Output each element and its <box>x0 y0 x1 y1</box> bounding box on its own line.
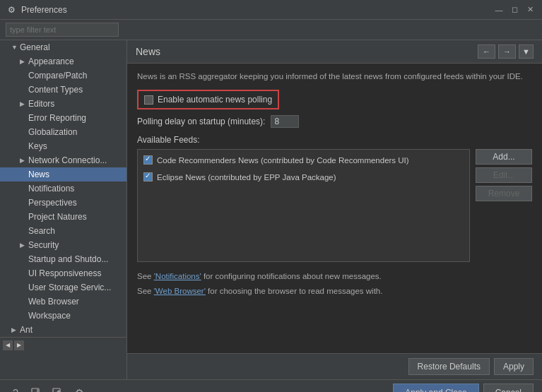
list-item[interactable]: Eclipse News (contributed by EPP Java Pa… <box>141 170 466 185</box>
sidebar-item-security[interactable]: ▶ Security <box>0 238 126 252</box>
add-feed-button[interactable]: Add... <box>476 149 532 165</box>
sidebar-scroll-right[interactable]: ▶ <box>14 340 24 350</box>
arrow-icon <box>20 72 28 79</box>
feed-checkbox-2[interactable] <box>143 172 153 182</box>
sidebar-item-general[interactable]: ▼ General <box>0 40 126 54</box>
sidebar-item-content-types[interactable]: Content Types <box>0 83 126 97</box>
filter-bar <box>0 20 542 40</box>
sidebar-item-project-natures[interactable]: Project Natures <box>0 210 126 224</box>
nav-back-button[interactable]: ← <box>478 44 495 59</box>
web-browser-suffix: for choosing the browser to read message… <box>208 287 382 295</box>
sidebar-item-workspace[interactable]: Workspace <box>0 309 126 323</box>
notifications-link[interactable]: 'Notifications' <box>154 272 201 280</box>
sidebar-item-appearance[interactable]: ▶ Appearance <box>0 54 126 69</box>
sidebar-item-startup-shutdown[interactable]: Startup and Shutdo... <box>0 252 126 266</box>
arrow-icon <box>20 114 28 121</box>
remove-feed-button[interactable]: Remove <box>476 186 532 201</box>
sidebar-item-news[interactable]: News <box>0 167 126 182</box>
feed-text-2: Eclipse News (contributed by EPP Java Pa… <box>157 172 336 183</box>
minimize-button[interactable]: — <box>493 4 505 16</box>
feed-checkbox-1[interactable] <box>143 155 153 165</box>
sidebar-item-label: Security <box>28 240 59 250</box>
arrow-icon: ▶ <box>20 157 28 164</box>
polling-delay-label: Polling delay on startup (minutes): <box>137 117 265 126</box>
content-area: News ← → ▼ News is an RSS aggregator kee… <box>127 40 542 379</box>
arrow-icon <box>20 129 28 136</box>
cancel-button[interactable]: Cancel <box>483 384 534 393</box>
sidebar-item-label: General <box>20 42 50 52</box>
arrow-icon <box>20 86 28 93</box>
sidebar-item-label: Editors <box>28 99 54 109</box>
sidebar-item-label: Keys <box>28 141 47 151</box>
arrow-icon: ▶ <box>20 100 28 107</box>
sidebar-item-user-storage[interactable]: User Storage Servic... <box>0 280 126 295</box>
feeds-list: Code Recommenders News (contributed by C… <box>137 149 470 262</box>
help-icon[interactable]: ? <box>8 386 23 393</box>
nav-forward-button[interactable]: → <box>498 44 516 59</box>
status-icons: ? ⚙ <box>8 386 86 393</box>
sidebar-item-label: Startup and Shutdo... <box>28 254 108 264</box>
export-icon[interactable] <box>51 386 65 393</box>
nav-dropdown-button[interactable]: ▼ <box>519 44 534 59</box>
arrow-icon: ▶ <box>11 326 20 333</box>
sidebar-item-ui-responsiveness[interactable]: UI Responsiveness <box>0 266 126 280</box>
sidebar-item-label: Perspectives <box>28 198 77 208</box>
feeds-section: Code Recommenders News (contributed by C… <box>137 149 532 262</box>
main-layout: ▼ General ▶ Appearance Compare/Patch Con… <box>0 40 542 379</box>
arrow-icon: ▶ <box>20 58 28 65</box>
sidebar-item-globalization[interactable]: Globalization <box>0 125 126 139</box>
sidebar-item-label: Globalization <box>28 127 77 137</box>
sidebar-item-perspectives[interactable]: Perspectives <box>0 196 126 210</box>
sidebar-item-network-connections[interactable]: ▶ Network Connectio... <box>0 153 126 167</box>
feeds-action-buttons: Add... Edit... Remove <box>476 149 532 262</box>
sidebar-item-label: News <box>28 170 49 179</box>
sidebar-item-ant[interactable]: ▶ Ant <box>0 323 126 337</box>
sidebar-scroll-left[interactable]: ◀ <box>3 340 13 350</box>
info-links: See 'Notifications' for configuring noti… <box>137 269 532 298</box>
sidebar-container: ▼ General ▶ Appearance Compare/Patch Con… <box>0 40 127 379</box>
sidebar-item-label: Ant <box>20 325 33 335</box>
sidebar-item-compare-patch[interactable]: Compare/Patch <box>0 69 126 83</box>
arrow-icon <box>20 171 28 178</box>
polling-delay-input[interactable] <box>271 115 299 128</box>
edit-feed-button[interactable]: Edit... <box>476 167 532 183</box>
sidebar-item-keys[interactable]: Keys <box>0 139 126 153</box>
sidebar-item-label: Error Reporting <box>28 113 86 123</box>
web-browser-link[interactable]: 'Web Browser' <box>154 287 206 295</box>
polling-delay-row: Polling delay on startup (minutes): <box>137 115 532 128</box>
content-footer: Restore Defaults Apply <box>127 353 542 379</box>
sidebar-item-notifications[interactable]: Notifications <box>0 182 126 196</box>
sidebar-item-label: User Storage Servic... <box>28 283 111 292</box>
arrow-icon <box>20 213 28 220</box>
import-icon[interactable] <box>30 386 44 393</box>
apply-button[interactable]: Apply <box>494 358 534 375</box>
apply-and-close-button[interactable]: Apply and Close <box>393 384 478 393</box>
bottom-buttons: Apply and Close Cancel <box>393 384 534 393</box>
sidebar-item-editors[interactable]: ▶ Editors <box>0 97 126 111</box>
arrow-icon: ▶ <box>20 242 28 249</box>
arrow-icon <box>20 312 28 319</box>
list-item[interactable]: Code Recommenders News (contributed by C… <box>141 153 466 168</box>
notifications-prefix: See <box>137 272 154 280</box>
sidebar-tree: ▼ General ▶ Appearance Compare/Patch Con… <box>0 40 127 337</box>
sidebar-item-label: Web Browser <box>28 297 79 307</box>
sidebar-item-error-reporting[interactable]: Error Reporting <box>0 111 126 125</box>
enable-polling-section: Enable automatic news polling <box>137 90 279 109</box>
maximize-button[interactable]: ◻ <box>508 4 521 16</box>
notifications-suffix: for configuring notifications about new … <box>204 272 382 280</box>
arrow-icon <box>20 298 28 305</box>
available-feeds-label: Available Feeds: <box>137 135 532 145</box>
enable-polling-checkbox[interactable] <box>144 95 153 105</box>
close-button[interactable]: ✕ <box>524 4 536 16</box>
description-text: News is an RSS aggregator keeping you in… <box>137 71 532 83</box>
filter-input[interactable] <box>6 23 119 37</box>
settings-icon[interactable]: ⚙ <box>72 386 86 393</box>
sidebar-item-label: UI Responsiveness <box>28 268 101 278</box>
arrow-icon: ▼ <box>11 44 20 51</box>
sidebar-item-web-browser[interactable]: Web Browser <box>0 295 126 309</box>
restore-defaults-button[interactable]: Restore Defaults <box>408 358 490 375</box>
sidebar-item-label: Content Types <box>28 85 83 95</box>
sidebar-item-label: Appearance <box>28 57 74 66</box>
arrow-icon <box>20 185 28 192</box>
sidebar-item-search[interactable]: Search <box>0 224 126 238</box>
